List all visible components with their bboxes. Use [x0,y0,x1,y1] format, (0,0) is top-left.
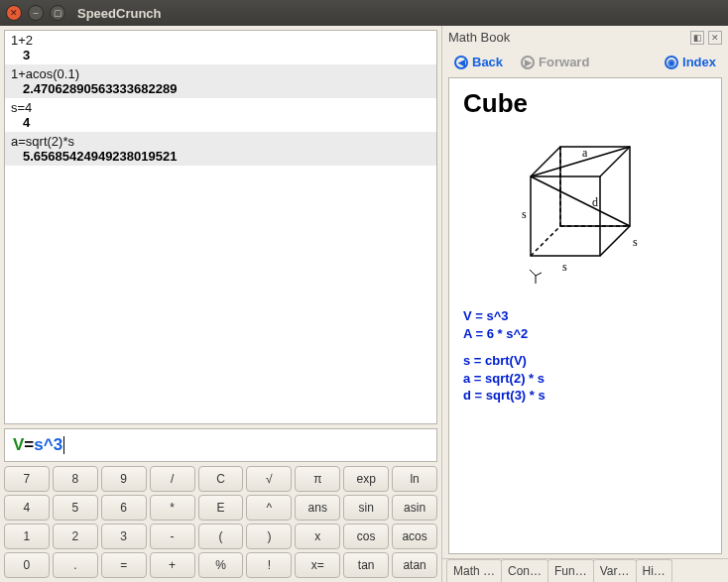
formula[interactable]: d = sqrt(3) * s [463,387,707,405]
key-*[interactable]: * [150,495,195,521]
svg-text:d: d [592,195,598,209]
tab-math[interactable]: Math … [446,559,502,582]
formula[interactable]: V = s^3 [463,307,707,325]
formula[interactable]: A = 6 * s^2 [463,325,707,343]
history-expression: 1+acos(0.1) [11,66,430,81]
key-acos[interactable]: acos [392,524,437,549]
tab-con[interactable]: Con… [501,559,548,582]
key-exp[interactable]: exp [343,466,389,492]
dock-close-icon[interactable]: ✕ [708,31,722,45]
svg-line-5 [531,226,560,256]
back-icon: ◀ [454,56,468,69]
key-E[interactable]: E [198,495,244,521]
window-title: SpeedCrunch [77,6,162,21]
key-4[interactable]: 4 [4,495,50,521]
tab-fun[interactable]: Fun… [547,559,594,582]
key-2[interactable]: 2 [53,524,98,549]
key-0[interactable]: 0 [4,552,50,578]
formula-group-2: s = cbrt(V)a = sqrt(2) * sd = sqrt(3) * … [463,352,707,405]
key-8[interactable]: 8 [53,466,98,492]
cube-diagram: a d s s s [501,127,669,295]
key-5[interactable]: 5 [53,495,98,521]
history-expression: a=sqrt(2)*s [11,134,430,149]
key-+[interactable]: + [150,552,195,578]
maximize-icon[interactable]: ▢ [50,5,65,21]
history-expression: 1+2 [11,33,430,48]
formula-group-1: V = s^3A = 6 * s^2 [463,307,707,342]
history-entry[interactable]: a=sqrt(2)*s5.65685424949238019521 [5,132,436,166]
tab-var[interactable]: Var… [593,559,637,582]
history-expression: s=4 [11,100,430,115]
svg-text:a: a [582,146,588,160]
history-result: 2.47062890563333682289 [11,81,430,96]
key-x[interactable]: x [295,524,340,549]
titlebar: ✕ – ▢ SpeedCrunch [0,0,728,26]
key-cos[interactable]: cos [343,524,389,549]
key-%[interactable]: % [198,552,244,578]
key-ans[interactable]: ans [295,495,340,521]
svg-marker-1 [560,147,630,226]
index-icon: ◉ [665,56,678,69]
mathbook-content: Cube a d s s [448,77,722,554]
history-entry[interactable]: 1+23 [5,31,436,64]
key-/[interactable]: / [150,466,195,492]
key-ln[interactable]: ln [392,466,437,492]
text-cursor [63,436,64,454]
key-^[interactable]: ^ [246,495,292,521]
key-9[interactable]: 9 [101,466,147,492]
formula[interactable]: a = sqrt(2) * s [463,370,707,388]
svg-text:s: s [633,235,638,249]
key-.[interactable]: . [53,552,98,578]
key--[interactable]: - [150,524,195,549]
expression-input[interactable]: V=s^3 [4,428,437,462]
key-atan[interactable]: atan [392,552,437,578]
key-6[interactable]: 6 [101,495,147,521]
calculator-panel: 1+231+acos(0.1)2.47062890563333682289s=4… [0,26,441,582]
history-result: 4 [11,115,430,130]
key-=[interactable]: = [101,552,147,578]
key-3[interactable]: 3 [101,524,147,549]
cursor-icon [530,270,542,284]
undock-icon[interactable]: ◧ [690,31,704,45]
page-title: Cube [463,88,707,119]
key-tan[interactable]: tan [343,552,389,578]
key-7[interactable]: 7 [4,466,50,492]
svg-line-9 [531,176,630,226]
key-1[interactable]: 1 [4,524,50,549]
key-π[interactable]: π [295,466,340,492]
dock-title: Math Book [448,30,510,45]
key-asin[interactable]: asin [392,495,437,521]
formula[interactable]: s = cbrt(V) [463,352,707,370]
minimize-icon[interactable]: – [28,5,44,21]
svg-line-4 [600,226,630,256]
close-icon[interactable]: ✕ [6,5,22,21]
key-sin[interactable]: sin [343,495,389,521]
key-)[interactable]: ) [246,524,292,549]
svg-text:s: s [522,207,527,221]
history-entry[interactable]: 1+acos(0.1)2.47062890563333682289 [5,64,436,98]
svg-marker-0 [531,176,600,256]
history-result: 5.65685424949238019521 [11,149,430,164]
history-result: 3 [11,48,430,62]
svg-text:s: s [562,260,567,274]
history-entry[interactable]: s=44 [5,98,436,132]
key-C[interactable]: C [198,466,244,492]
nav-index[interactable]: ◉Index [665,55,716,69]
forward-icon: ▶ [521,56,535,69]
nav-back[interactable]: ◀Back [454,55,503,69]
key-![interactable]: ! [246,552,292,578]
tab-hi[interactable]: Hi… [636,559,672,582]
history-list[interactable]: 1+231+acos(0.1)2.47062890563333682289s=4… [4,30,437,424]
keypad: 789/C√πexpln456*E^anssinasin123-()xcosac… [4,466,437,578]
key-x=[interactable]: x= [295,552,340,578]
key-([interactable]: ( [198,524,244,549]
bottom-tabs: Math …Con…Fun…Var…Hi… [442,558,728,582]
key-√[interactable]: √ [246,466,292,492]
nav-forward: ▶Forward [521,55,589,69]
mathbook-panel: Math Book ◧ ✕ ◀Back ▶Forward ◉Index Cube [441,26,728,582]
